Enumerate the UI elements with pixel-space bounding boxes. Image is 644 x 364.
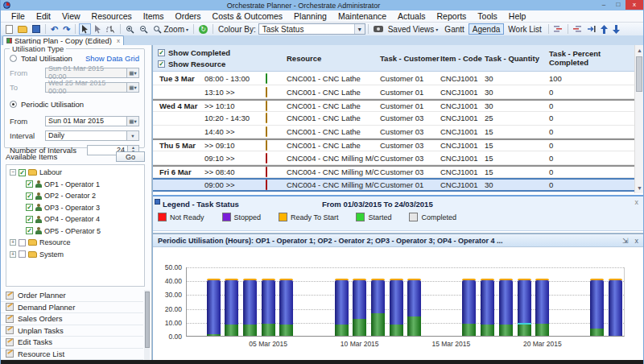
total-utilisation-radio[interactable] (10, 55, 17, 62)
move-down-icon[interactable] (611, 23, 621, 35)
gantt-button[interactable]: Gantt (440, 23, 468, 35)
tree-checkbox[interactable]: ✓ (26, 227, 33, 234)
menu-item-file[interactable]: File (6, 11, 31, 21)
table-row[interactable]: Thu 5 Mar>> 09:10CNC001 - CNC LatheCusto… (153, 139, 634, 151)
tree-checkbox[interactable]: ✓ (26, 204, 33, 211)
menu-item-reports[interactable]: Reports (431, 11, 473, 21)
select-cursor-icon[interactable] (79, 23, 91, 35)
periodic-from-input[interactable]: Sun 01 Mar 2015 (45, 116, 127, 126)
sidebar-item-unplan-tasks[interactable]: Unplan Tasks (1, 325, 143, 337)
multi-select-icon[interactable] (93, 23, 103, 35)
sidebar-item-edit-tasks[interactable]: Edit Tasks (1, 337, 143, 349)
scrollbar-thumb[interactable] (636, 56, 642, 92)
table-row[interactable]: 14:40 >>CNC001 - CNC LatheCustomer 03CNC… (153, 126, 634, 139)
zoom-in-icon[interactable] (124, 23, 136, 35)
table-row[interactable]: Fri 6 Mar>> 08:40CNC004 - CNC Milling M/… (153, 165, 634, 178)
tree-checkbox[interactable] (19, 239, 26, 246)
checkbox-checked-icon[interactable]: ✓ (158, 49, 165, 56)
agenda-button[interactable]: Agenda (469, 23, 504, 35)
indent-tasks-icon[interactable] (552, 23, 564, 35)
chart-close-icon[interactable]: x (635, 237, 639, 245)
interval-select[interactable]: Daily (45, 130, 127, 141)
tree-checkbox[interactable]: ✓ (19, 169, 26, 176)
table-row[interactable]: 13:10 >>CNC001 - CNC LatheCustomer 01CNC… (153, 85, 634, 98)
open-icon[interactable] (16, 23, 29, 35)
chevron-down-icon[interactable]: ▼ (354, 24, 365, 34)
colour-by-select[interactable]: Task Status ▼ (258, 23, 365, 35)
column-header-resource[interactable]: Resource (287, 54, 380, 63)
menu-item-help[interactable]: Help (503, 11, 532, 21)
scroll-down-icon[interactable]: ▼ (635, 184, 643, 192)
maximize-button[interactable]: □ (611, 0, 625, 10)
menu-item-tools[interactable]: Tools (472, 11, 503, 21)
tree-checkbox[interactable]: ✓ (26, 192, 33, 200)
minimize-button[interactable]: – (597, 0, 611, 10)
zoom-out-icon[interactable] (138, 23, 150, 35)
expand-icon[interactable]: + (10, 239, 16, 246)
tree-leaf-op5[interactable]: ✓OP5 - OPerator 5 (6, 225, 144, 238)
column-header-item-code[interactable]: Item - Code (440, 54, 485, 63)
legend-close-icon[interactable]: x (635, 198, 639, 206)
undo-icon[interactable]: ↶ (49, 23, 60, 35)
zoom-dropdown[interactable]: Zoom ▾ (151, 23, 190, 35)
table-row[interactable]: 09:10 >>CNC004 - CNC Milling M/CCustomer… (153, 151, 634, 164)
periodic-utilisation-radio[interactable] (10, 101, 17, 108)
menu-item-orders[interactable]: Orders (169, 11, 206, 21)
tree-leaf-op1[interactable]: ✓OP1 - Operator 1 (6, 179, 144, 191)
chevron-down-icon[interactable]: ▾ (127, 130, 139, 141)
expand-icon[interactable]: + (10, 251, 16, 258)
tree-node-system[interactable]: +System (6, 249, 144, 261)
redo-icon[interactable]: ↷ (61, 23, 72, 35)
table-row[interactable]: Wed 4 Mar>> 10:10CNC001 - CNC LatheCusto… (153, 99, 634, 112)
tree-node-labour[interactable]: −✓Labour (6, 167, 144, 179)
sidebar-item-order-planner[interactable]: Order Planner (1, 290, 143, 302)
saved-views-button[interactable]: Saved Views ▾ (386, 23, 440, 35)
menu-item-edit[interactable]: Edit (31, 11, 56, 21)
menu-item-items[interactable]: Items (138, 11, 170, 21)
show-completed-option[interactable]: ✓ Show Completed (158, 47, 287, 58)
new-icon[interactable] (4, 23, 14, 35)
column-header-task-customer[interactable]: Task - Customer (380, 54, 440, 63)
sidebar-item-demand-planner[interactable]: Demand Planner (1, 302, 143, 314)
menu-item-planning[interactable]: Planning (288, 11, 332, 21)
outdent-tasks-icon[interactable] (572, 23, 584, 35)
work-list-button[interactable]: Work List (504, 23, 546, 35)
tree-node-resource[interactable]: +Resource (6, 237, 144, 249)
menu-item-maintenance[interactable]: Maintenance (332, 11, 392, 21)
column-header-task-percent[interactable]: Task - Percent Completed (549, 49, 634, 67)
sidebar-item-sales-orders[interactable]: Sales Orders (1, 313, 143, 325)
menu-item-view[interactable]: View (56, 11, 86, 21)
total-to-input[interactable]: Wed 25 Mar 2015 00:00 (45, 82, 127, 93)
tab-close-icon[interactable]: x (117, 37, 120, 44)
agenda-scrollbar[interactable]: ▲ ▼ (634, 45, 643, 193)
show-resource-option[interactable]: ✓ Show Resource (158, 58, 287, 69)
checkbox-checked-icon[interactable]: ✓ (158, 60, 165, 68)
scrollbar-thumb[interactable] (145, 292, 150, 348)
sidebar-item-resource-list[interactable]: Resource List (1, 349, 143, 361)
go-button[interactable]: Go (116, 151, 145, 162)
show-data-grid-link[interactable]: Show Data Grid (85, 54, 139, 63)
scroll-up-icon[interactable]: ▲ (635, 46, 643, 55)
refresh-icon[interactable]: ↻ (197, 23, 209, 35)
close-button[interactable]: x (625, 0, 643, 10)
save-icon[interactable] (31, 23, 42, 35)
column-header-task-quantity[interactable]: Task - Quantity (485, 54, 549, 63)
calendar-dropdown-icon[interactable]: ▦▾ (127, 68, 139, 78)
menu-item-resources[interactable]: Resources (86, 11, 138, 21)
table-row[interactable]: 09:00 >>CNC004 - CNC Milling M/CCustomer… (153, 178, 634, 191)
lasso-select-icon[interactable] (105, 23, 117, 35)
calendar-dropdown-icon[interactable]: ▦▾ (127, 116, 139, 126)
menu-item-costs-outcomes[interactable]: Costs & Outcomes (207, 11, 289, 21)
move-to-icon[interactable] (585, 23, 597, 35)
tree-checkbox[interactable]: ✓ (26, 180, 33, 188)
table-row[interactable]: 10:20 - 14:30CNC001 - CNC LatheCustomer … (153, 112, 634, 125)
tree-leaf-op4[interactable]: ✓OP4 - Operator 4 (6, 213, 144, 225)
calendar-dropdown-icon[interactable]: ▦▾ (127, 82, 139, 93)
tree-leaf-op2[interactable]: ✓OP2 - Oerator 2 (6, 190, 144, 202)
tree-checkbox[interactable] (19, 250, 26, 258)
collapse-icon[interactable]: − (10, 169, 16, 176)
tree-checkbox[interactable]: ✓ (26, 216, 33, 223)
sidebar-scrollbar[interactable] (144, 290, 150, 360)
move-up-icon[interactable] (599, 23, 609, 35)
camera-icon[interactable] (372, 23, 385, 35)
